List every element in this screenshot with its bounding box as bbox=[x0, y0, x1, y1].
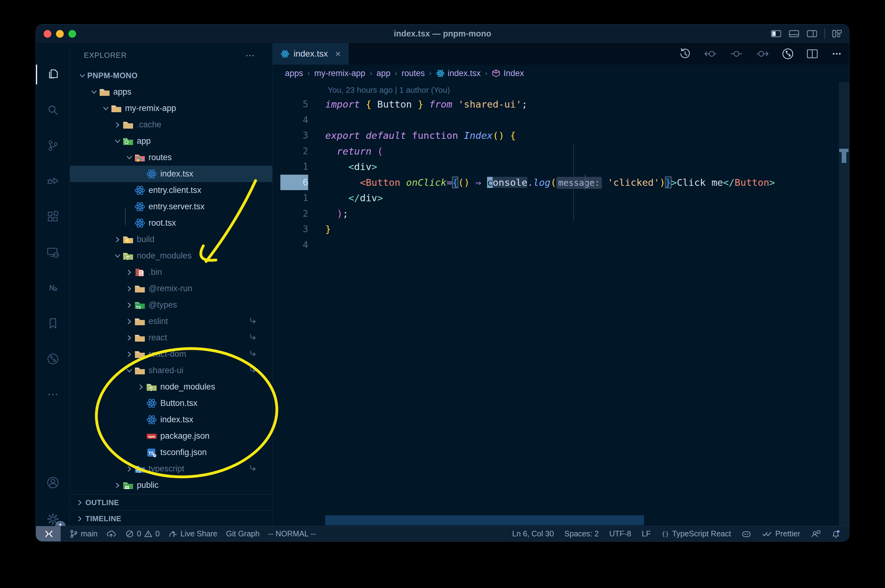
status-notifications[interactable] bbox=[831, 529, 840, 538]
breadcrumb-Index[interactable]: Index bbox=[492, 69, 524, 78]
activity-bar-item-extensions[interactable] bbox=[36, 201, 70, 232]
code-line[interactable]: } bbox=[325, 221, 331, 237]
status-eol[interactable]: LF bbox=[642, 529, 651, 538]
sidebar-item-typescript[interactable]: TStypescript bbox=[70, 460, 272, 477]
status-formatter[interactable]: Prettier bbox=[762, 529, 800, 538]
sidebar-item-index.tsx[interactable]: index.tsx bbox=[70, 166, 272, 182]
prev-change-icon[interactable] bbox=[704, 48, 717, 59]
status-problems[interactable]: 00 bbox=[125, 529, 160, 538]
code-line[interactable]: export default function Index() { bbox=[325, 128, 516, 143]
line-number[interactable]: 3 bbox=[280, 221, 308, 237]
breadcrumb-apps[interactable]: apps bbox=[285, 69, 303, 78]
sidebar-more-actions-icon[interactable]: ⋯ bbox=[245, 50, 255, 61]
panel-right-icon[interactable] bbox=[807, 29, 817, 38]
status-git-branch[interactable]: main bbox=[69, 529, 98, 538]
vertical-scrollbar[interactable] bbox=[839, 82, 849, 526]
activity-bar-item-nx-console[interactable]: N≥ bbox=[36, 272, 70, 303]
change-icon[interactable] bbox=[730, 48, 743, 59]
sidebar-item-package.json[interactable]: npmpackage.json bbox=[70, 428, 272, 444]
sidebar-item-@types[interactable]: TS@types bbox=[70, 297, 272, 313]
sidebar-item-apps[interactable]: apps bbox=[70, 84, 272, 100]
breadcrumb-index.tsx[interactable]: index.tsx bbox=[436, 69, 481, 78]
explorer-icon bbox=[46, 68, 60, 81]
code-line[interactable]: <div> bbox=[325, 159, 377, 174]
sidebar-item-.cache[interactable]: .cache bbox=[70, 117, 272, 133]
sidebar-item-react[interactable]: react bbox=[70, 330, 272, 346]
status-encoding[interactable]: UTF-8 bbox=[609, 529, 631, 538]
activity-bar-item-bookmarks[interactable] bbox=[36, 308, 70, 339]
sidebar-item-build[interactable]: build bbox=[70, 231, 272, 248]
folder-icon bbox=[134, 330, 146, 346]
split-editor-icon[interactable] bbox=[807, 49, 818, 59]
close-tab-icon[interactable]: × bbox=[336, 48, 341, 59]
sidebar-item-node-modules[interactable]: JSnode_modules bbox=[70, 379, 272, 395]
activity-bar-item-account[interactable] bbox=[36, 467, 70, 498]
status-feedback[interactable] bbox=[811, 530, 821, 538]
next-change-icon[interactable] bbox=[756, 48, 769, 59]
activity-bar-item-git-graph[interactable] bbox=[36, 344, 70, 374]
line-number[interactable]: 4 bbox=[280, 237, 308, 253]
status-cursor-position[interactable]: Ln 6, Col 30 bbox=[512, 529, 554, 538]
code-line[interactable]: </div> bbox=[325, 190, 383, 206]
sidebar-item-public[interactable]: public bbox=[70, 477, 272, 494]
activity-bar-item-more[interactable] bbox=[36, 379, 70, 410]
sidebar-item-.bin[interactable]: 0110.bin bbox=[70, 264, 272, 280]
sidebar-item-root.tsx[interactable]: root.tsx bbox=[70, 215, 272, 231]
section-header-timeline[interactable]: TIMELINE bbox=[70, 510, 272, 526]
status-copilot[interactable] bbox=[741, 530, 751, 538]
line-number[interactable]: 3 bbox=[280, 128, 308, 143]
breadcrumb-app[interactable]: app bbox=[376, 69, 390, 78]
sidebar-item-Button.tsx[interactable]: Button.tsx bbox=[70, 395, 272, 411]
line-number[interactable]: 5 bbox=[280, 96, 308, 112]
status-indentation[interactable]: Spaces: 2 bbox=[564, 529, 599, 538]
sidebar-item-eslint[interactable]: eslint bbox=[70, 313, 272, 330]
status-git-graph[interactable]: Git Graph bbox=[226, 529, 260, 538]
code-line[interactable]: <Button onClick={() ⇒ console.log(messag… bbox=[325, 175, 775, 190]
line-number[interactable]: 2 bbox=[280, 144, 308, 159]
sidebar-item-PNPM-MONO[interactable]: PNPM-MONO bbox=[70, 68, 272, 84]
sidebar-item-@remix-run[interactable]: @remix-run bbox=[70, 280, 272, 297]
sidebar-item-shared-ui[interactable]: shared-ui bbox=[70, 362, 272, 379]
activity-bar-item-source-control[interactable] bbox=[36, 130, 70, 161]
panel-left-icon[interactable] bbox=[771, 29, 782, 38]
status-live-share[interactable]: Live Share bbox=[169, 529, 218, 538]
line-number[interactable]: 4 bbox=[280, 112, 308, 128]
line-number[interactable]: 6 bbox=[280, 175, 308, 190]
sidebar-item-entry.client.tsx[interactable]: entry.client.tsx bbox=[70, 182, 272, 198]
code-editor[interactable]: You, 23 hours ago | 1 author (You) 5impo… bbox=[272, 82, 849, 526]
sidebar-item-node-modules[interactable]: JSnode_modules bbox=[70, 248, 272, 264]
status-vim-mode[interactable]: -- NORMAL -- bbox=[268, 529, 316, 538]
code-line[interactable]: return ( bbox=[325, 144, 383, 159]
sidebar-item-routes[interactable]: routes bbox=[70, 149, 272, 166]
line-number[interactable]: 1 bbox=[280, 190, 308, 206]
activity-bar-item-remote-explorer[interactable] bbox=[36, 237, 70, 268]
breadcrumb-routes[interactable]: routes bbox=[402, 69, 425, 78]
status-language-mode[interactable]: {}TypeScript React bbox=[661, 529, 731, 538]
line-number[interactable]: 1 bbox=[280, 159, 308, 174]
activity-bar-item-explorer[interactable] bbox=[36, 59, 70, 90]
sidebar-item-app[interactable]: app bbox=[70, 133, 272, 149]
activity-bar-item-run-debug[interactable] bbox=[36, 166, 70, 196]
sidebar-item-tsconfig.json[interactable]: TStsconfig.json bbox=[70, 444, 272, 460]
status-remote-indicator[interactable] bbox=[36, 526, 61, 542]
sidebar-item-react-dom[interactable]: react-dom bbox=[70, 346, 272, 362]
breadcrumb-my-remix-app[interactable]: my-remix-app bbox=[315, 69, 366, 78]
code-line[interactable]: ); bbox=[325, 206, 348, 221]
horizontal-scrollbar-thumb[interactable] bbox=[325, 515, 644, 525]
sidebar-item-entry.server.tsx[interactable]: entry.server.tsx bbox=[70, 198, 272, 215]
customize-layout-icon[interactable] bbox=[832, 29, 842, 38]
tab-index.tsx[interactable]: index.tsx× bbox=[272, 43, 349, 64]
activity-bar-item-search[interactable] bbox=[36, 94, 70, 126]
section-header-outline[interactable]: OUTLINE bbox=[70, 494, 272, 510]
breadcrumb-label: my-remix-app bbox=[315, 69, 366, 78]
sidebar-item-index.tsx[interactable]: index.tsx bbox=[70, 411, 272, 428]
status-sync[interactable] bbox=[106, 530, 117, 538]
more-icon[interactable] bbox=[831, 48, 843, 60]
history-icon[interactable] bbox=[679, 48, 691, 60]
sidebar-item-my-remix-app[interactable]: my-remix-app bbox=[70, 100, 272, 117]
code-line[interactable]: import { Button } from 'shared-ui'; bbox=[325, 96, 527, 112]
item-label: eslint bbox=[149, 316, 168, 326]
git-circle-icon[interactable] bbox=[782, 48, 794, 60]
line-number[interactable]: 2 bbox=[280, 206, 308, 221]
panel-bottom-icon[interactable] bbox=[789, 29, 799, 38]
